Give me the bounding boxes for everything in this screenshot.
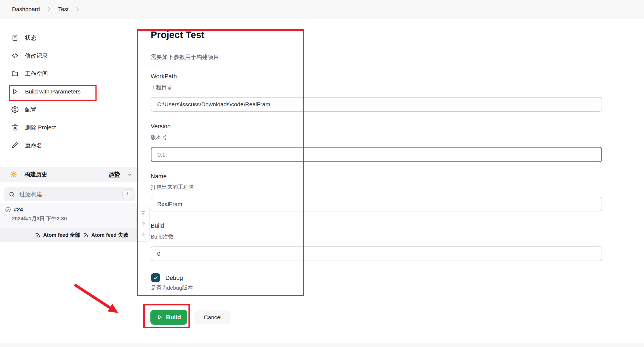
success-check-icon bbox=[5, 207, 11, 213]
debug-checkbox[interactable] bbox=[151, 273, 160, 282]
version-input[interactable] bbox=[151, 147, 602, 162]
sidebar-item-label: 删除 Project bbox=[25, 124, 56, 131]
atom-feed-failures-link[interactable]: Atom feed 失败 bbox=[91, 232, 128, 239]
sidebar-item-configure[interactable]: 配置 bbox=[0, 101, 137, 118]
annotation-arrow bbox=[71, 280, 124, 318]
bottom-strip bbox=[0, 343, 644, 347]
field-desc-workpath: 工程目录 bbox=[151, 84, 172, 91]
name-input[interactable] bbox=[151, 197, 602, 211]
build-count-input[interactable] bbox=[151, 246, 602, 261]
cancel-button[interactable]: Cancel bbox=[195, 310, 231, 324]
chevron-right-icon bbox=[47, 6, 51, 12]
arrow-up-icon[interactable] bbox=[140, 221, 146, 227]
build-history-entry: #24 2024年1月3日 下午2:30 bbox=[0, 203, 139, 228]
jenkins-build-with-parameters-page: Dashboard Test 状态 修改记录 工作空间 Build with P… bbox=[0, 0, 644, 347]
build-filter-input[interactable] bbox=[19, 191, 118, 198]
sidebar-item-label: 修改记录 bbox=[25, 52, 48, 60]
pencil-icon bbox=[11, 142, 18, 149]
sidebar-item-label: Build with Parameters bbox=[25, 88, 81, 95]
play-icon bbox=[11, 88, 18, 95]
status-icon bbox=[11, 34, 18, 41]
sidebar-item-workspace[interactable]: 工作空间 bbox=[0, 65, 137, 83]
sidebar-item-label: 重命名 bbox=[25, 142, 42, 149]
sidebar-menu: 状态 修改记录 工作空间 Build with Parameters 配置 删除… bbox=[0, 29, 137, 154]
chevron-right-icon bbox=[76, 6, 80, 12]
build-date-link[interactable]: 2024年1月3日 下午2:30 bbox=[12, 215, 67, 222]
scroll-jump-widget bbox=[137, 206, 150, 242]
trash-icon bbox=[11, 124, 18, 131]
arrow-down-icon[interactable] bbox=[140, 231, 146, 237]
workspace-icon bbox=[11, 70, 18, 77]
breadcrumb: Dashboard Test bbox=[0, 0, 644, 18]
sidebar-item-delete-project[interactable]: 删除 Project bbox=[0, 118, 137, 136]
sidebar-item-label: 配置 bbox=[25, 106, 36, 113]
trend-link[interactable]: 趋势 bbox=[109, 171, 120, 178]
play-icon bbox=[157, 314, 163, 320]
build-filter: / bbox=[4, 187, 135, 201]
sidebar-item-rename[interactable]: 重命名 bbox=[0, 136, 137, 154]
workpath-input[interactable] bbox=[151, 97, 602, 112]
field-desc-name: 打包出来的工程名 bbox=[151, 183, 194, 191]
sidebar-item-build-with-parameters[interactable]: Build with Parameters bbox=[0, 83, 137, 101]
sidebar-item-status[interactable]: 状态 bbox=[0, 29, 137, 47]
tree-connector bbox=[7, 215, 7, 222]
page-title: Project Test bbox=[151, 29, 205, 40]
debug-desc: 是否为debug版本 bbox=[151, 284, 193, 292]
debug-label[interactable]: Debug bbox=[165, 274, 183, 282]
field-label-version: Version bbox=[151, 123, 171, 130]
search-icon bbox=[9, 191, 15, 198]
form-description: 需要如下参数用于构建项目: bbox=[151, 53, 221, 61]
breadcrumb-test[interactable]: Test bbox=[58, 6, 69, 12]
rss-icon bbox=[83, 232, 89, 238]
field-label-name: Name bbox=[151, 173, 167, 180]
sidebar-item-changes[interactable]: 修改记录 bbox=[0, 47, 137, 65]
atom-feed-all-link[interactable]: Atom feed 全部 bbox=[43, 232, 80, 239]
filter-shortcut-badge: / bbox=[122, 189, 132, 199]
build-button[interactable]: Build bbox=[150, 310, 187, 325]
arrow-up-to-line-icon[interactable] bbox=[140, 211, 146, 216]
check-icon bbox=[153, 275, 158, 280]
changes-icon bbox=[11, 52, 18, 59]
field-label-workpath: WorkPath bbox=[151, 73, 177, 80]
field-label-build: Build bbox=[151, 222, 164, 229]
build-history-header: 构建历史 趋势 bbox=[0, 167, 139, 182]
field-desc-version: 版本号 bbox=[151, 134, 167, 141]
build-number-link[interactable]: #24 bbox=[14, 207, 23, 213]
sidebar-item-label: 工作空间 bbox=[25, 70, 48, 77]
breadcrumb-dashboard[interactable]: Dashboard bbox=[12, 6, 40, 12]
atom-feed-row: Atom feed 全部 Atom feed 失败 bbox=[0, 228, 139, 242]
sidebar-item-label: 状态 bbox=[25, 34, 36, 42]
rss-icon bbox=[35, 232, 41, 238]
cancel-button-label: Cancel bbox=[204, 314, 221, 321]
build-history-title: 构建历史 bbox=[24, 171, 47, 178]
chevron-down-icon[interactable] bbox=[127, 172, 132, 177]
build-button-label: Build bbox=[166, 314, 181, 321]
weather-sun-icon bbox=[10, 171, 17, 178]
gear-icon bbox=[11, 106, 18, 113]
field-desc-build: Build次数 bbox=[151, 233, 174, 240]
